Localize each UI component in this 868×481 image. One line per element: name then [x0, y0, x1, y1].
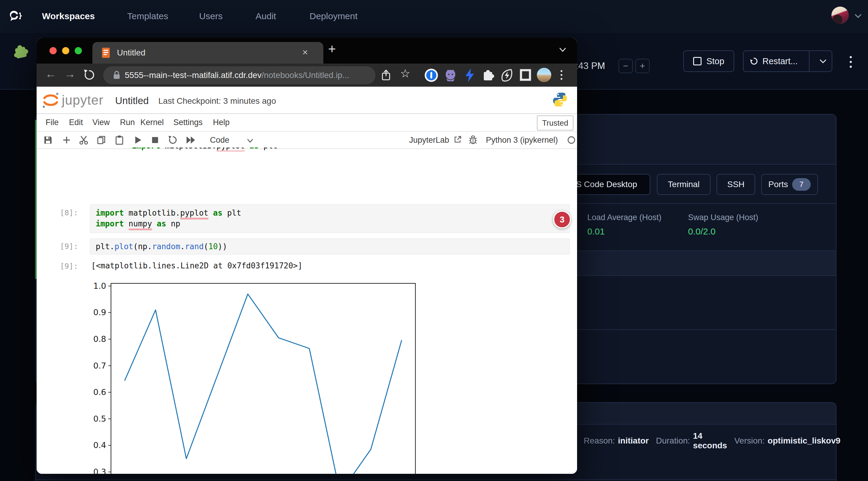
workspace-puzzle-icon — [11, 42, 31, 62]
back-button[interactable]: ← — [45, 67, 56, 81]
top-nav: Workspaces Templates Users Audit Deploym… — [0, 0, 868, 33]
matplotlib-line-chart: 0.20.30.40.50.60.70.80.91.002468 — [90, 278, 426, 474]
lock-icon — [113, 70, 121, 80]
new-tab-button[interactable]: + — [328, 41, 336, 56]
python-logo-icon — [552, 92, 568, 108]
cell-type-chevron-icon[interactable] — [247, 138, 254, 143]
external-link-icon[interactable] — [454, 135, 462, 143]
onepassword-extension-icon[interactable] — [424, 68, 438, 83]
clipped-code-sliver: import matplotlib.pyplot as plt — [127, 148, 397, 152]
bookmark-star-icon[interactable]: ☆ — [400, 67, 410, 80]
schedule-minus-button[interactable]: − — [618, 59, 633, 73]
extensions-puzzle-icon[interactable] — [481, 68, 495, 83]
notification-badge: 3 — [553, 211, 571, 228]
cell8-prompt: [8]: — [60, 209, 78, 217]
restart-button[interactable]: Restart... — [743, 51, 832, 72]
nav-item-deployment[interactable]: Deployment — [310, 11, 358, 21]
paste-cell-icon[interactable] — [115, 135, 124, 145]
nav-item-audit[interactable]: Audit — [255, 11, 276, 21]
github-extension-icon[interactable] — [443, 68, 458, 83]
app-button-ports[interactable]: Ports 7 — [761, 174, 818, 195]
restart-run-all-icon[interactable] — [185, 135, 196, 145]
svg-text:0.9: 0.9 — [93, 308, 106, 317]
window-zoom-button[interactable] — [75, 47, 82, 54]
menu-settings[interactable]: Settings — [173, 118, 203, 127]
square-extension-icon[interactable] — [519, 68, 532, 82]
restart-kernel-icon[interactable] — [168, 135, 178, 145]
user-avatar[interactable] — [831, 7, 849, 24]
notebook-title[interactable]: Untitled — [115, 95, 149, 106]
menu-run[interactable]: Run — [120, 118, 135, 127]
app-button-terminal[interactable]: Terminal — [657, 174, 711, 195]
svg-text:0.3: 0.3 — [93, 467, 106, 474]
schedule-plus-button[interactable]: + — [635, 59, 650, 73]
bolt-extension-icon[interactable] — [463, 68, 476, 83]
run-cell-icon[interactable] — [134, 135, 142, 145]
kernel-name[interactable]: Python 3 (ipykernel) — [486, 135, 558, 145]
interrupt-kernel-icon[interactable] — [151, 136, 159, 144]
stop-button[interactable]: Stop — [683, 51, 734, 72]
cut-cell-icon[interactable] — [79, 135, 89, 145]
browser-menu-kebab-icon[interactable] — [558, 68, 564, 82]
nav-item-templates[interactable]: Templates — [127, 11, 168, 21]
cell-type-select[interactable]: Code — [210, 135, 229, 145]
svg-text:0.7: 0.7 — [93, 361, 106, 370]
window-close-button[interactable] — [50, 47, 57, 54]
user-menu-chevron-icon[interactable] — [854, 12, 863, 19]
jupyter-toolbar: Code JupyterLab Python 3 (ipykernel) — [37, 132, 577, 149]
jupyter-brand: jupyter — [62, 93, 103, 108]
ports-count-badge: 7 — [792, 178, 811, 191]
jupyter-page: jupyter Untitled Last Checkpoint: 3 minu… — [37, 87, 577, 474]
jupyterlab-link[interactable]: JupyterLab — [409, 135, 449, 145]
workspace-kebab-menu-icon[interactable] — [847, 53, 854, 71]
url-host: 5555--main--test--matifali.atif.cdr.dev — [125, 70, 261, 80]
jupyter-logo — [41, 91, 60, 109]
tab-close-icon[interactable]: × — [302, 47, 308, 58]
cell9-input[interactable]: plt.plot(np.random.rand(10)) — [90, 238, 570, 255]
browser-tab[interactable]: Untitled × — [92, 42, 323, 64]
tab-title: Untitled — [117, 48, 146, 58]
jupyter-header: jupyter Untitled Last Checkpoint: 3 minu… — [37, 87, 577, 114]
svg-text:0.6: 0.6 — [93, 387, 106, 397]
svg-text:0.4: 0.4 — [93, 441, 106, 450]
browser-tab-strip: Untitled × + — [37, 38, 577, 64]
checkpoint-status: Last Checkpoint: 3 minutes ago — [158, 96, 276, 106]
url-bar[interactable]: 5555--main--test--matifali.atif.cdr.dev/… — [103, 66, 375, 84]
restart-options-chevron-icon[interactable] — [814, 59, 832, 64]
jupyter-menubar: File Edit View Run Kernel Settings Help … — [37, 114, 577, 132]
browser-profile-avatar[interactable] — [537, 68, 551, 82]
trusted-button[interactable]: Trusted — [537, 116, 574, 130]
tab-search-chevron-icon[interactable] — [558, 47, 567, 53]
notebook-favicon — [101, 47, 111, 59]
menu-file[interactable]: File — [45, 118, 59, 127]
menu-help[interactable]: Help — [213, 118, 230, 127]
stat-load-average: Load Average (Host) 0.01 — [587, 213, 661, 236]
url-path: /notebooks/Untitled.ip... — [261, 70, 349, 80]
menu-edit[interactable]: Edit — [69, 118, 83, 127]
nav-item-workspaces[interactable]: Workspaces — [42, 11, 95, 21]
debugger-bug-icon[interactable] — [468, 135, 477, 145]
insert-cell-icon[interactable] — [62, 135, 71, 145]
forward-button[interactable]: → — [64, 67, 75, 81]
stat-swap-usage: Swap Usage (Host) 0.0/2.0 — [688, 213, 758, 236]
reload-button[interactable] — [83, 68, 95, 82]
kernel-status-icon — [567, 135, 576, 145]
menu-view[interactable]: View — [92, 118, 110, 127]
screen: { "colors": { "status_green": "#4ade80",… — [0, 0, 868, 481]
save-icon[interactable] — [43, 135, 53, 145]
output9-text: [<matplotlib.lines.Line2D at 0x7fd03f191… — [91, 261, 302, 270]
cell8-input[interactable]: import matplotlib.pyplot as plt import n… — [90, 204, 570, 233]
window-minimize-button[interactable] — [62, 47, 69, 54]
leaf-bolt-extension-icon[interactable] — [500, 68, 514, 83]
cell9-prompt: [9]: — [60, 242, 78, 251]
app-button-ssh[interactable]: SSH — [716, 174, 755, 195]
browser-address-bar: ← → 5555--main--test--matifali.atif.cdr.… — [37, 64, 577, 87]
browser-window: Untitled × + ← → 5555--main--test--matif… — [37, 38, 577, 474]
share-icon[interactable] — [381, 69, 391, 82]
copy-cell-icon[interactable] — [97, 135, 106, 145]
nav-item-users[interactable]: Users — [199, 11, 222, 21]
menu-kernel[interactable]: Kernel — [141, 118, 164, 127]
coder-logo-icon[interactable] — [7, 8, 23, 25]
svg-text:0.8: 0.8 — [93, 334, 106, 344]
restart-icon — [750, 57, 758, 65]
